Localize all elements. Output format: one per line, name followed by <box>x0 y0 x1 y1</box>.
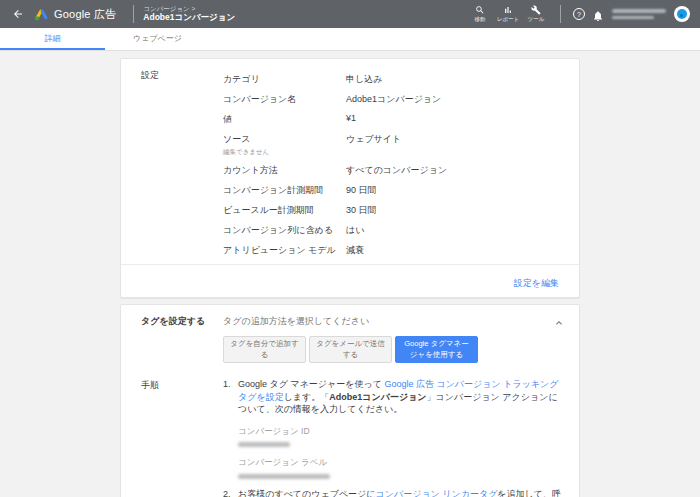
settings-row-include-in-column: コンバージョン列に含める はい <box>223 220 559 240</box>
tools-nav-label: ツール <box>528 16 545 23</box>
settings-rows: カテゴリ 申し込み コンバージョン名 Adobe1コンバージョン 値 ¥1 ソー… <box>223 69 559 260</box>
conversion-label-redacted-value <box>238 474 330 479</box>
row-value: ¥1 <box>346 113 356 126</box>
row-label: カウント方法 <box>223 164 346 177</box>
collapse-section-button[interactable] <box>553 315 565 327</box>
tab-bar: 詳細 ウェブページ <box>0 28 700 51</box>
settings-row-source: ソース 編集できません ウェブサイト <box>223 129 559 160</box>
row-value: Adobe1コンバージョン <box>346 93 441 106</box>
row-label: アトリビューション モデル <box>223 244 346 257</box>
wrench-icon <box>531 5 541 15</box>
email-tag-button[interactable]: タグをメールで送信する <box>309 336 392 363</box>
row-sublabel: 編集できません <box>223 148 346 157</box>
conversion-credentials: コンバージョン ID コンバージョン ラベル <box>238 425 565 479</box>
settings-card-footer: 設定を編集 <box>121 264 579 297</box>
step-1: 1. Google タグ マネージャーを使って Google 広告 コンバージョ… <box>223 378 565 479</box>
row-label: ソース 編集できません <box>223 133 346 157</box>
row-label: ビュースルー計測期間 <box>223 204 346 217</box>
app-bar: Google 広告 コンバージョン > Adobe1コンバージョン 移動 レポー… <box>0 0 700 28</box>
step-text: します。「 <box>284 392 330 402</box>
row-value: 申し込み <box>346 73 382 86</box>
row-label: コンバージョン列に含める <box>223 224 346 237</box>
back-icon[interactable] <box>10 6 26 22</box>
settings-row-viewthrough-window: ビュースルー計測期間 30 日間 <box>223 200 559 220</box>
conversion-linker-tag-link[interactable]: コンバージョン リンカータグ <box>376 489 498 497</box>
search-icon <box>475 5 485 15</box>
settings-row-attribution-model: アトリビューション モデル 減衰 <box>223 240 559 260</box>
account-avatar[interactable] <box>674 6 690 22</box>
search-nav-label: 移動 <box>475 16 486 23</box>
google-ads-logo-icon <box>34 8 49 21</box>
row-label: コンバージョン名 <box>223 93 346 106</box>
settings-row-conversion-window: コンバージョン計測期間 90 日間 <box>223 180 559 200</box>
tools-nav-button[interactable]: ツール <box>523 5 549 23</box>
step-2: 2. お客様のすべてのウェブページにコンバージョン リンカータグを追加して、呼び… <box>223 488 565 497</box>
tag-method-buttons: タグを自分で追加する タグをメールで送信する Google タグマネージャを使用… <box>121 332 579 371</box>
settings-row-value: 値 ¥1 <box>223 109 559 129</box>
google-ads-logo[interactable]: Google 広告 <box>34 7 116 22</box>
conversion-label-label: コンバージョン ラベル <box>238 456 565 469</box>
bell-icon <box>592 10 604 22</box>
breadcrumb: コンバージョン > Adobe1コンバージョン <box>143 5 235 22</box>
tab-webpages[interactable]: ウェブページ <box>105 28 210 50</box>
notifications-button[interactable] <box>592 8 604 20</box>
conversion-id-label: コンバージョン ID <box>238 425 565 438</box>
step-number: 2. <box>223 488 238 497</box>
report-chart-icon <box>503 5 513 15</box>
reports-nav-button[interactable]: レポート <box>495 5 521 23</box>
header-divider <box>133 5 134 23</box>
conversion-id-redacted-value <box>238 442 290 447</box>
step-text: お客様のすべてのウェブページに <box>238 489 376 497</box>
add-tag-yourself-button[interactable]: タグを自分で追加する <box>223 336 306 363</box>
appbar-actions: 移動 レポート ツール ? <box>467 5 690 23</box>
settings-section-label: 設定 <box>141 69 223 260</box>
redacted-text-bar <box>612 16 654 20</box>
tag-section-label: タグを設定する <box>141 315 223 328</box>
settings-row-conversion-name: コンバージョン名 Adobe1コンバージョン <box>223 89 559 109</box>
row-value: すべてのコンバージョン <box>346 164 447 177</box>
chevron-up-icon <box>553 317 565 329</box>
conversion-name-bold: Adobe1コンバージョン <box>329 392 426 402</box>
row-label: コンバージョン計測期間 <box>223 184 346 197</box>
product-name: Google 広告 <box>54 7 116 22</box>
tag-setup-card: タグを設定する タグの追加方法を選択してください タグを自分で追加する タグをメ… <box>120 304 580 497</box>
row-value: 減衰 <box>346 244 364 257</box>
reports-nav-label: レポート <box>497 16 519 23</box>
settings-card: 設定 カテゴリ 申し込み コンバージョン名 Adobe1コンバージョン 値 ¥1… <box>120 58 580 298</box>
row-value: はい <box>346 224 364 237</box>
step-text: Google タグ マネージャーを使って <box>238 379 384 389</box>
help-button[interactable]: ? <box>573 8 585 20</box>
tag-section-subtitle: タグの追加方法を選択してください <box>223 315 553 328</box>
row-value: ウェブサイト <box>346 133 401 157</box>
steps-section-label: 手順 <box>141 378 223 497</box>
tab-details[interactable]: 詳細 <box>0 28 105 50</box>
row-label: 値 <box>223 113 346 126</box>
redacted-text-bar <box>612 9 666 13</box>
use-google-tag-manager-button[interactable]: Google タグマネージャを使用する <box>395 336 478 363</box>
row-label: カテゴリ <box>223 73 346 86</box>
row-label-text: ソース <box>223 133 346 146</box>
account-info-redacted <box>612 9 666 19</box>
steps-list: 1. Google タグ マネージャーを使って Google 広告 コンバージョ… <box>223 378 565 497</box>
avatar-image-detail <box>680 14 683 17</box>
row-value: 90 日間 <box>346 184 377 197</box>
step-number: 1. <box>223 378 238 479</box>
edit-settings-link[interactable]: 設定を編集 <box>514 278 559 288</box>
breadcrumb-current: Adobe1コンバージョン <box>143 13 235 23</box>
header-divider <box>560 5 561 23</box>
row-value: 30 日間 <box>346 204 377 217</box>
search-nav-button[interactable]: 移動 <box>467 5 493 23</box>
settings-row-count-method: カウント方法 すべてのコンバージョン <box>223 160 559 180</box>
settings-row-category: カテゴリ 申し込み <box>223 69 559 89</box>
main-content: 設定 カテゴリ 申し込み コンバージョン名 Adobe1コンバージョン 値 ¥1… <box>0 51 700 497</box>
help-icon: ? <box>577 11 581 18</box>
